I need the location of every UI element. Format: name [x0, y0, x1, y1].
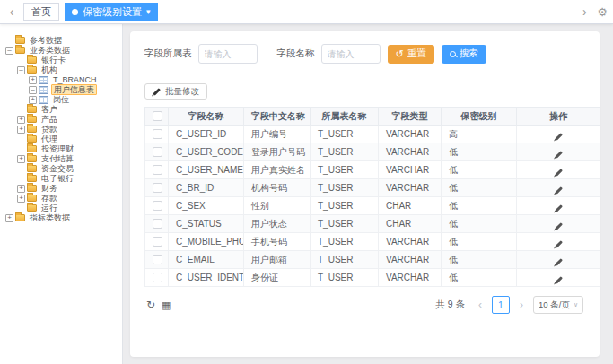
folder-icon [27, 116, 37, 123]
tree-expander-icon[interactable]: – [29, 86, 37, 94]
tree-node[interactable]: – 业务类数据 [0, 46, 122, 55]
folder-icon [27, 56, 37, 64]
cell-field-type: CHAR [379, 197, 442, 215]
cell-secret-level: 低 [442, 251, 517, 269]
folder-icon [27, 175, 37, 182]
tree-expander-icon[interactable]: + [17, 155, 25, 163]
cell-table-name: T_USER [311, 179, 379, 197]
cell-table-name: T_USER [311, 269, 379, 287]
row-checkbox[interactable] [153, 165, 162, 175]
tree-node[interactable]: + 财务 [0, 184, 122, 193]
tree-node[interactable]: 资金交易 [0, 164, 122, 173]
prev-page-button[interactable]: ‹ [474, 299, 486, 311]
tree-node[interactable]: – 机构 [0, 65, 122, 74]
tree-node[interactable]: + 贷款 [0, 125, 122, 134]
row-edit-button[interactable] [551, 235, 566, 248]
row-edit-button[interactable] [551, 145, 566, 159]
row-checkbox[interactable] [153, 255, 162, 264]
tree-expander-icon[interactable]: + [17, 195, 25, 203]
field-name-input[interactable] [321, 44, 381, 64]
cell-secret-level: 低 [442, 233, 517, 251]
table-row: C_STATUS 用户状态 T_USER CHAR 低 [145, 215, 600, 233]
cell-table-name: T_USER [311, 197, 379, 215]
tabs-scroll-right-icon[interactable]: › [578, 4, 591, 19]
row-checkbox[interactable] [153, 147, 162, 157]
tree-expander-icon[interactable]: – [17, 66, 25, 74]
tree-node[interactable]: 参考数据 [0, 36, 122, 45]
row-checkbox[interactable] [153, 273, 162, 282]
row-edit-button[interactable] [551, 271, 566, 284]
cell-table-name: T_USER [311, 161, 379, 179]
row-edit-button[interactable] [551, 127, 566, 141]
next-page-button[interactable]: › [515, 299, 528, 311]
tree-node-label: 代理 [39, 134, 59, 143]
tree-node[interactable]: 客户 [0, 105, 122, 114]
tree-node-label: 指标类数据 [28, 213, 72, 222]
tree-node[interactable]: 运行 [0, 204, 122, 212]
tree-node[interactable]: + 岗位 [0, 95, 122, 104]
edit-icon [555, 204, 562, 212]
reset-button[interactable]: ↺ 重置 [388, 45, 434, 64]
table-icon [39, 96, 48, 104]
tree-node[interactable]: 投资理财 [0, 144, 122, 153]
tree-node[interactable]: + 指标类数据 [0, 213, 122, 222]
tree-expander-icon[interactable]: + [17, 126, 25, 134]
folder-icon [27, 204, 37, 212]
chevron-down-icon[interactable]: ▾ [146, 4, 151, 20]
tree-expander-icon[interactable]: + [29, 76, 37, 84]
tab-home[interactable]: 首页 [23, 3, 59, 21]
tree-expander-icon[interactable]: + [17, 185, 25, 193]
tree-expander-icon[interactable]: + [29, 96, 37, 104]
field-table-input[interactable] [198, 44, 258, 64]
tree-node-label: 存款 [39, 194, 59, 203]
tree-node[interactable]: 银行卡 [0, 56, 122, 65]
tree-node[interactable]: 代理 [0, 134, 122, 143]
tree-node[interactable]: + 存款 [0, 194, 122, 203]
tree-node[interactable]: 电子银行 [0, 174, 122, 183]
row-checkbox[interactable] [153, 237, 162, 247]
main-area: 字段所属表 字段名称 ↺ 重置 搜索 批量修改 [123, 24, 613, 364]
tree-node-label: 产品 [39, 115, 59, 124]
select-all-checkbox[interactable] [153, 111, 162, 121]
row-edit-button[interactable] [551, 253, 566, 266]
tree-node[interactable]: + T_BRANCH [0, 75, 122, 84]
page-number-button[interactable]: 1 [492, 296, 510, 314]
refresh-icon[interactable]: ↻ [146, 299, 155, 311]
tree-node[interactable]: – 用户信息表 [0, 85, 122, 94]
tab-secret-level-label: 保密级别设置 [83, 4, 142, 20]
row-checkbox[interactable] [153, 201, 162, 211]
column-settings-icon[interactable]: ▦ [162, 299, 171, 311]
row-edit-button[interactable] [551, 163, 566, 177]
tab-secret-level-settings[interactable]: 保密级别设置 ▾ [65, 3, 158, 21]
tree-node[interactable]: + 支付结算 [0, 154, 122, 163]
row-checkbox[interactable] [153, 129, 162, 139]
edit-icon [555, 169, 562, 176]
tree-expander-icon[interactable]: + [17, 116, 25, 124]
folder-icon [27, 185, 37, 192]
tabs-scroll-left-icon[interactable]: ‹ [5, 4, 18, 19]
tree-expander-icon[interactable]: – [5, 47, 13, 55]
row-edit-button[interactable] [551, 217, 566, 230]
cell-table-name: T_USER [311, 251, 379, 269]
cell-secret-level: 低 [442, 197, 517, 215]
header-table-name: 所属表名称 [311, 108, 379, 126]
edit-icon [555, 186, 562, 194]
cell-field-type: VARCHAR [379, 233, 442, 251]
tree-node[interactable]: + 产品 [0, 115, 122, 124]
search-button-label: 搜索 [460, 48, 478, 60]
edit-icon [555, 151, 562, 158]
row-edit-button[interactable] [551, 181, 566, 195]
batch-edit-button[interactable]: 批量修改 [144, 83, 207, 100]
tree-expander-icon[interactable]: + [5, 214, 13, 222]
header-field-cname: 字段中文名称 [244, 108, 311, 126]
tree-node-label: 财务 [39, 184, 59, 193]
folder-icon [27, 145, 37, 152]
search-button[interactable]: 搜索 [442, 45, 486, 64]
page-size-select[interactable]: 10 条/页 ∨ [533, 296, 583, 314]
row-checkbox[interactable] [153, 183, 162, 193]
edit-icon [153, 88, 160, 95]
gear-icon[interactable]: ⚙ [597, 5, 608, 19]
table-row: C_USER_NAME 用户真实姓名 T_USER VARCHAR 低 [145, 161, 600, 179]
row-edit-button[interactable] [551, 199, 566, 212]
row-checkbox[interactable] [153, 219, 162, 229]
